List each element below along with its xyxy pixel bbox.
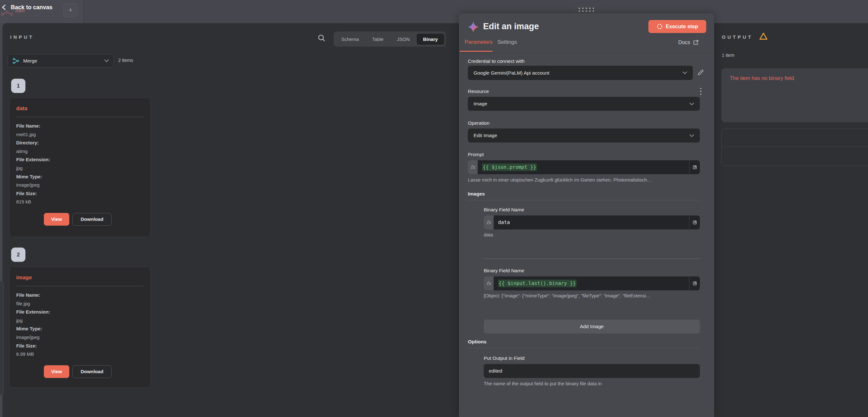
view-button[interactable]: View [44, 213, 69, 225]
external-link-icon [693, 40, 699, 45]
chevron-down-icon [682, 71, 687, 74]
view-button[interactable]: View [44, 365, 69, 378]
operation-label: Operation [468, 120, 490, 126]
meta-value: 815 kB [16, 198, 144, 206]
meta-label: File Extension: [16, 308, 144, 316]
binary-key-name: image [16, 275, 144, 281]
meta-label: File Name: [16, 122, 144, 131]
search-icon[interactable] [317, 34, 326, 42]
meta-value: jpg [16, 316, 144, 325]
output-error-message: The item has no binary field [730, 75, 866, 81]
binary-field-name-label: Binary Field Name [484, 207, 524, 213]
chevron-down-icon [689, 134, 694, 137]
open-expression-editor-icon[interactable] [689, 160, 700, 174]
fx-icon: fx [484, 215, 494, 230]
meta-label: File Extension: [16, 155, 144, 164]
merge-node-icon [12, 58, 20, 64]
edit-credential-pencil-icon[interactable] [697, 69, 704, 76]
binary-data-card: data File Name: me01.jpg Directory: aiim… [9, 97, 150, 237]
spinner-icon [657, 24, 663, 30]
table-row [722, 129, 868, 147]
tab-binary[interactable]: Binary [417, 34, 444, 45]
chevron-down-icon [104, 59, 109, 62]
execute-step-button[interactable]: Execute step [648, 20, 706, 33]
credential-value: Google Gemini(PaLM) Api account [473, 70, 682, 76]
binary-meta-list: File Name: me01.jpg Directory: aiimg Fil… [16, 122, 144, 206]
open-expression-editor-icon[interactable] [689, 215, 700, 230]
meta-value: image/jpeg [16, 333, 144, 342]
node-settings-panel: Edit an image Execute step Parameters Se… [459, 13, 714, 417]
resource-label: Resource [468, 89, 489, 94]
card-actions: View Download [44, 213, 144, 225]
arrow-left-icon [1, 4, 8, 11]
back-to-canvas-button[interactable]: Back to canvas [1, 4, 53, 11]
fx-icon: fx [468, 160, 478, 174]
tab-json[interactable]: JSON [391, 34, 416, 45]
output-empty-table [721, 129, 868, 166]
binary-field-hint: data [484, 232, 700, 237]
docs-label: Docs [678, 39, 690, 45]
meta-value: me01.jpg [16, 131, 144, 139]
input-panel-title: INPUT [10, 34, 34, 40]
tab-schema[interactable]: Schema [335, 34, 365, 45]
tab-parameters[interactable]: Parameters [465, 39, 493, 45]
meta-label: File Size: [16, 342, 144, 350]
output-message-box: The item has no binary field [721, 68, 868, 122]
plus-icon: + [69, 6, 73, 14]
meta-label: Mime Type: [16, 173, 144, 181]
item-index-badge: 2 [11, 247, 25, 262]
operation-value: Edit Image [473, 133, 689, 138]
drag-dots-icon [579, 8, 594, 12]
put-output-in-field-input[interactable] [484, 364, 700, 378]
prompt-label: Prompt [468, 152, 484, 158]
prompt-hint: Lasse mich in einer utopischen Zugkunft … [468, 177, 704, 182]
put-output-in-field-hint: The name of the output field to put the … [484, 381, 700, 386]
resource-value: Image [473, 101, 689, 107]
gemini-node-icon [467, 21, 479, 33]
card-actions: View Download [44, 365, 144, 378]
new-tab-button[interactable]: + [64, 3, 78, 17]
credential-select[interactable]: Google Gemini(PaLM) Api account [468, 66, 693, 80]
binary-field-name-label: Binary Field Name [484, 268, 524, 274]
resource-select[interactable]: Image [468, 97, 700, 111]
binary-key-name: data [16, 105, 144, 112]
prompt-expression-input[interactable]: fx {{ $json.prompt }} [468, 160, 700, 174]
images-section-title: Images [468, 191, 700, 200]
kebab-menu-icon[interactable] [700, 88, 702, 95]
binary-field-name-input[interactable]: fx data [484, 215, 700, 230]
fx-icon: fx [484, 276, 494, 290]
panel-drag-handle[interactable] [571, 5, 602, 14]
topbar-divider [84, 0, 84, 23]
binary-field-name-value: data [498, 220, 510, 225]
output-panel-title: OUTPUT [722, 34, 753, 40]
meta-label: File Size: [16, 189, 144, 198]
binary-field-expression-value: {{ $input.last().binary }} [498, 280, 577, 287]
output-items-count: 1 item [722, 53, 735, 58]
meta-value: image/jpeg [16, 181, 144, 189]
meta-label: Directory: [16, 139, 144, 147]
display-mode-tabs: Schema Table JSON Binary [334, 31, 445, 47]
open-expression-editor-icon[interactable] [689, 276, 700, 290]
credential-label: Credential to connect with [468, 58, 524, 64]
options-section-title: Options [468, 339, 700, 348]
item-separator [484, 258, 700, 259]
meta-value: file.jpg [16, 300, 144, 308]
binary-field-name-input[interactable]: fx {{ $input.last().binary }} [484, 276, 700, 290]
back-to-canvas-label: Back to canvas [11, 4, 53, 11]
operation-select[interactable]: Edit Image [468, 129, 700, 142]
chevron-down-icon [689, 103, 694, 105]
execute-step-label: Execute step [666, 24, 698, 30]
tab-table[interactable]: Table [366, 34, 390, 45]
docs-link[interactable]: Docs [678, 39, 699, 45]
add-image-button[interactable]: Add Image [484, 320, 700, 334]
download-button[interactable]: Download [72, 365, 112, 378]
tab-settings[interactable]: Settings [497, 39, 517, 45]
prompt-expression-value: {{ $json.prompt }} [482, 164, 537, 171]
input-node-selector[interactable]: Merge [8, 54, 114, 68]
put-output-in-field-label: Put Output in Field [484, 355, 524, 361]
input-panel-resize-handle[interactable] [0, 281, 4, 395]
meta-value: jpg [16, 164, 144, 173]
input-node-name: Merge [23, 58, 100, 64]
warning-triangle-icon [759, 32, 768, 40]
download-button[interactable]: Download [72, 213, 112, 225]
